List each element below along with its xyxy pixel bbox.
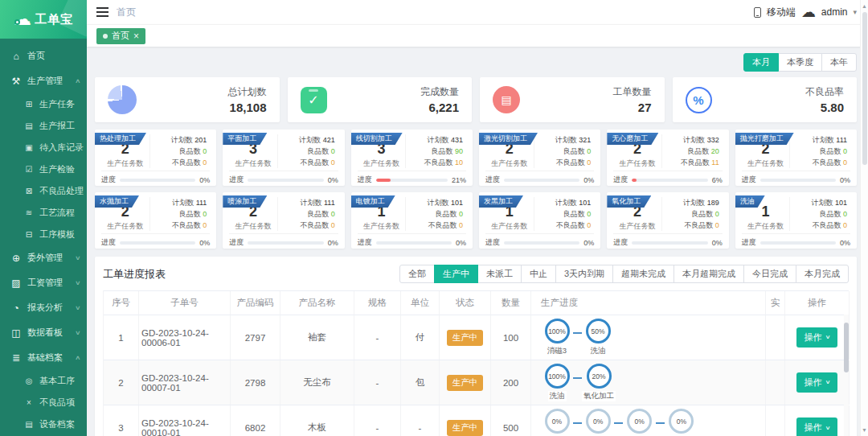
- scroll-up-icon[interactable]: ▲: [862, 0, 867, 12]
- sidebar-item-5[interactable]: ☑生产检验: [0, 158, 87, 180]
- task-icon: ⊞: [24, 100, 34, 109]
- page-scrollbar-thumb[interactable]: [862, 12, 867, 165]
- stat-line-label: 不良品数: [300, 158, 329, 167]
- process-progress: 进度0%: [101, 171, 210, 185]
- process-stat-line: 计划数 332: [662, 135, 719, 146]
- cell-qty: 200: [491, 360, 531, 405]
- mobile-link[interactable]: 移动端: [767, 6, 796, 19]
- filter-button-4[interactable]: 3天内到期: [555, 265, 613, 283]
- sidebar-item-label: 生产管理: [27, 75, 63, 87]
- process-name-ribbon: 线切割加工: [351, 133, 403, 145]
- scroll-down-icon[interactable]: ▼: [862, 424, 867, 436]
- step-percent: 100%: [548, 327, 566, 335]
- cell-product_name: 木板: [280, 405, 354, 436]
- stat-value: 5.80: [805, 101, 844, 114]
- process-name-ribbon: 激光切割加工: [479, 133, 538, 145]
- cell-product_code: 6802: [231, 405, 280, 436]
- period-button-1[interactable]: 本季度: [778, 53, 822, 72]
- sidebar-item-11[interactable]: ◔报表分析∨: [0, 295, 87, 320]
- stat-line-label: 计划数: [427, 199, 448, 207]
- process-stat-line: 不良品数 0: [662, 220, 719, 232]
- filter-button-0[interactable]: 全部: [399, 265, 435, 283]
- sidebar-item-3[interactable]: ▤生产报工: [0, 115, 87, 137]
- sidebar-item-2[interactable]: ⊞生产任务: [0, 93, 87, 115]
- process-name-ribbon: 发黑加工: [479, 195, 523, 208]
- process-stat-line: 计划数 101: [534, 198, 592, 209]
- filter-button-7[interactable]: 今日完成: [743, 265, 796, 283]
- page-scrollbar[interactable]: ▲ ▼: [860, 0, 868, 436]
- cell-text: 付: [416, 331, 425, 343]
- cell-product_code: 2798: [231, 360, 280, 405]
- step-progress-circle: 0%: [545, 409, 570, 434]
- sidebar-item-14[interactable]: ◎基本工序: [0, 370, 87, 392]
- chevron-down-icon: ∨: [825, 425, 830, 430]
- process-stat-line: 不良品数 0: [150, 220, 207, 232]
- filter-button-6[interactable]: 本月超期完成: [674, 265, 744, 283]
- process-stat-line: 良品数 20: [662, 146, 719, 158]
- process-stat-line: 良品数 0: [150, 146, 207, 158]
- step-progress-circle: 50%: [586, 319, 611, 343]
- sidebar-item-16[interactable]: ▤设备档案: [0, 413, 87, 435]
- stat-text: 完成数量6,221: [420, 85, 459, 114]
- process-progress: 进度0%: [742, 233, 850, 248]
- sidebar-item-6[interactable]: ⊠不良品处理: [0, 180, 87, 202]
- row-action-button[interactable]: 操作∨: [796, 372, 838, 393]
- filter-button-1[interactable]: 生产中: [434, 265, 478, 283]
- process-stat-line: 良品数 0: [790, 146, 847, 158]
- period-button-2[interactable]: 本年: [821, 53, 857, 72]
- row-action-button[interactable]: 操作∨: [796, 327, 838, 348]
- stat-cards-row: 总计划数18,108✓完成数量6,221▤工单数量27%不良品率5.80: [95, 77, 857, 122]
- table-scrollbar[interactable]: [844, 315, 849, 436]
- filter-button-8[interactable]: 本月完成: [796, 265, 849, 283]
- stat-line-label: 不良品数: [172, 158, 201, 167]
- sidebar-item-label: 报表分析: [27, 302, 63, 314]
- sidebar-item-10[interactable]: ▨工资管理∨: [0, 270, 87, 295]
- status-badge: 生产中: [447, 375, 484, 391]
- cell-text: 1: [118, 333, 123, 343]
- sidebar-item-15[interactable]: ×不良品项: [0, 392, 87, 413]
- filter-button-2[interactable]: 未派工: [477, 265, 522, 283]
- progress-label: 进度: [613, 237, 628, 248]
- topbar: 首页 移动端 ☁ admin ▾: [87, 0, 868, 24]
- filter-button-3[interactable]: 中止: [521, 265, 556, 283]
- step-percent: 0%: [677, 417, 686, 426]
- progress-steps: 100%消磁350%洗油: [541, 319, 614, 356]
- sidebar-item-8[interactable]: ⊟工序模板: [0, 224, 87, 245]
- user-menu[interactable]: admin: [821, 6, 848, 18]
- process-stats-block: 计划数 189良品数 0不良品数 0: [661, 197, 723, 231]
- archive-icon: ≣: [10, 352, 22, 364]
- period-button-0[interactable]: 本月: [743, 53, 779, 72]
- sidebar-item-13[interactable]: ≣基础档案∧: [0, 345, 87, 370]
- sidebar-item-4[interactable]: ▣待入库记录: [0, 137, 87, 158]
- sidebar-item-9[interactable]: ⊕委外管理∨: [0, 245, 87, 270]
- action-button-label: 操作: [805, 376, 822, 389]
- column-header-7: 数量: [491, 291, 531, 315]
- row-action-button[interactable]: 操作∨: [796, 417, 838, 436]
- stat-line-label: 计划数: [555, 136, 577, 144]
- progress-bar: [248, 241, 323, 245]
- sidebar-item-12[interactable]: ◫数据看板∨: [0, 320, 87, 345]
- sidebar-item-7[interactable]: ≋工艺流程: [0, 202, 87, 224]
- step-progress-circle: 20%: [587, 364, 612, 389]
- stat-line-value: 10: [455, 158, 463, 167]
- process-stat-line: 计划数 101: [406, 198, 463, 209]
- user-caret-icon[interactable]: ▾: [853, 8, 857, 16]
- table-scrollbar-thumb[interactable]: [844, 323, 849, 372]
- table-row: 1GD-2023-10-24-00006-012797袖套-付生产中100100…: [104, 315, 849, 360]
- status-badge: 生产中: [447, 330, 484, 346]
- filter-button-5[interactable]: 超期未完成: [612, 265, 674, 283]
- outsource-icon: ⊕: [10, 253, 22, 264]
- progress-bar: [376, 179, 448, 182]
- process-stat-line: 不良品数 0: [406, 220, 463, 232]
- progress-percent: 0%: [456, 239, 466, 247]
- cell-text: GD-2023-10-24-00007-01: [141, 373, 227, 393]
- tab-close-icon[interactable]: ×: [133, 31, 139, 41]
- process-stat-line: 不良品数 10: [406, 158, 463, 169]
- check-icon: ✓: [301, 87, 327, 113]
- hamburger-menu-icon[interactable]: [96, 11, 108, 13]
- sidebar-item-1[interactable]: ⚒生产管理∧: [0, 68, 87, 93]
- cell-text: GD-2023-10-24-00006-01: [141, 328, 227, 348]
- sidebar-item-0[interactable]: ⌂首页: [0, 43, 87, 68]
- tab-home[interactable]: 首页 ×: [96, 28, 145, 44]
- progress-label: 进度: [742, 237, 756, 248]
